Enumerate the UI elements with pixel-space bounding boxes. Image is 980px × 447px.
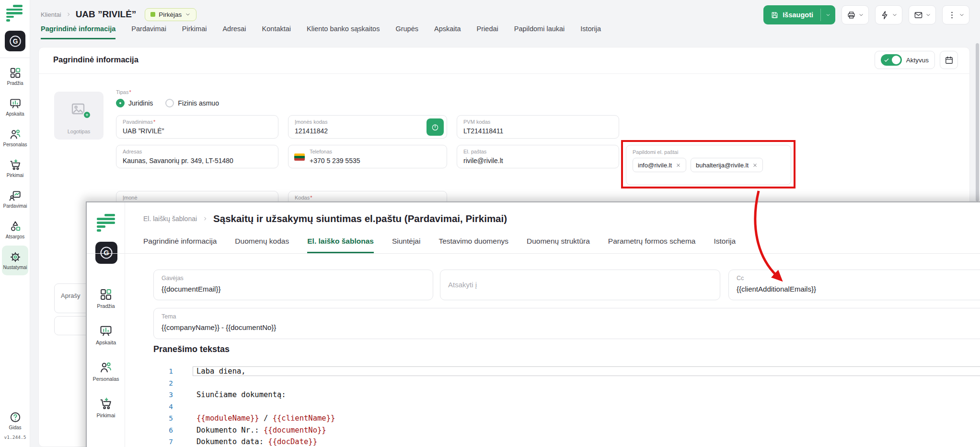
cc-field[interactable]: Cc {{clientAdditionalEmails}} (728, 270, 980, 300)
tab-el-laisko-sablonas[interactable]: El. laiško šablonas (307, 237, 374, 253)
sidebar-item-label: Gidas (9, 425, 21, 430)
code-text: / (259, 414, 273, 423)
main-nav: PradžiaApskaitaPersonalasPirkimaiPardavi… (0, 61, 30, 275)
registry-lookup-icon (431, 123, 439, 131)
code-text: Siunčiame dokumentą: (196, 390, 286, 399)
logo-upload[interactable]: Logotipas (54, 92, 104, 140)
sidebar-item-label: Pradžia (7, 81, 23, 86)
sidebar-item-pirkimai[interactable]: Pirkimai (0, 153, 30, 183)
sidebar-item-apskaita[interactable]: Apskaita (87, 318, 125, 351)
tab-testavimo-duomenys[interactable]: Testavimo duomenys (438, 237, 508, 253)
print-button[interactable] (842, 5, 869, 24)
quick-actions-button[interactable] (875, 5, 902, 24)
editor-line: 5{{moduleName}} / {{clientName}} (125, 412, 980, 424)
add-logo-icon[interactable] (83, 111, 91, 119)
rivile-logo[interactable] (6, 5, 23, 22)
pavadinimas-field[interactable]: Pavadinimas* UAB ”RIVILĖ” (116, 115, 278, 139)
tema-field[interactable]: Tema {{companyName}} - {{documentNo}} (153, 308, 980, 339)
gama-logo[interactable]: G (95, 242, 117, 264)
line-number: 7 (125, 438, 173, 446)
tab-papildomi-laukai[interactable]: Papildomi laukai (514, 25, 565, 39)
line-content: Siunčiame dokumentą: (193, 390, 980, 399)
email-button[interactable] (909, 5, 936, 24)
sidebar-item-atsargos[interactable]: Atsargos (0, 215, 30, 245)
tab-kliento-banko-saskaitos[interactable]: Kliento banko sąskaitos (307, 25, 380, 39)
badge-square-icon (150, 12, 155, 17)
chart-board-icon (99, 324, 113, 338)
page-title: UAB ”RIVILĖ” (76, 9, 137, 20)
sidebar-item-label: Personalas (92, 376, 119, 382)
cart-icon (9, 159, 22, 171)
message-heading: Pranešimo tekstas (153, 344, 230, 354)
sidebar-item-gidas[interactable]: Gidas (0, 406, 30, 435)
gavejas-field[interactable]: Gavėjas {{documentEmail}} (153, 270, 433, 300)
save-dropdown-button[interactable] (821, 5, 835, 24)
more-button[interactable] (942, 5, 969, 24)
sidebar-item-pradzia[interactable]: Pradžia (87, 282, 125, 315)
lithuania-flag-icon (294, 153, 305, 161)
chevron-down-icon (925, 12, 931, 18)
divider (87, 253, 980, 254)
pvm-kodas-field[interactable]: PVM kodas LT214118411 (457, 115, 619, 139)
sidebar-item-personalas[interactable]: Personalas (0, 123, 30, 153)
tab-grupes[interactable]: Grupės (395, 25, 418, 39)
radio-option-juridinis[interactable]: Juridinis (116, 99, 153, 107)
version-label: v1.244.5 (0, 435, 30, 440)
overlay-nav: PradžiaApskaitaPersonalasPirkimai (87, 282, 125, 424)
atsakyti-field[interactable]: Atsakyti į (440, 270, 720, 300)
tab-apskaita[interactable]: Apskaita (434, 25, 461, 39)
el-pastas-field[interactable]: El. paštas rivile@rivile.lt (457, 145, 619, 168)
annotation-highlight-rectangle (621, 140, 796, 188)
tab-priedai[interactable]: Priedai (477, 25, 498, 39)
sidebar-item-pirkimai[interactable]: Pirkimai (87, 391, 125, 424)
message-code-editor[interactable]: 1Laba diena,23Siunčiame dokumentą:45{{mo… (125, 365, 980, 447)
telefonas-field[interactable]: Telefonas +370 5 239 5535 (288, 145, 447, 168)
save-button[interactable]: Išsaugoti (763, 5, 835, 24)
breadcrumb: Klientai UAB ”RIVILĖ” Pirkėjas (41, 7, 196, 22)
template-token: {{clientName}} (273, 414, 335, 423)
tab-siuntejai[interactable]: Siuntėjai (392, 237, 420, 253)
gear-icon (9, 251, 22, 263)
fetch-company-data-button[interactable] (427, 118, 444, 136)
overlay-breadcrumb: El. laiškų šablonai Sąskaitų ir užsakymų… (143, 213, 507, 224)
imones-kodas-field[interactable]: Įmonės kodas 121411842 (288, 115, 447, 139)
section-title: Pagrindinė informacija (53, 55, 138, 64)
template-token: {{moduleName}} (196, 414, 259, 423)
code-text: Laba diena, (196, 367, 246, 376)
chevron-down-icon (185, 12, 191, 17)
sidebar-item-pardavimai[interactable]: Pardavimai (0, 184, 30, 214)
sidebar-item-nustatymai[interactable]: Nustatymai (2, 246, 28, 275)
gama-logo[interactable]: G (5, 31, 25, 51)
tab-kontaktai[interactable]: Kontaktai (262, 25, 291, 39)
tab-duomenu-kodas[interactable]: Duomenų kodas (235, 237, 289, 253)
sidebar-item-label: Personalas (3, 142, 27, 147)
rivile-logo[interactable] (97, 214, 116, 232)
radio-icon (116, 99, 125, 107)
sidebar-item-pradzia[interactable]: Pradžia (0, 61, 30, 91)
line-content: Dokumento Nr.: {{documentNo}} (193, 426, 980, 435)
tab-pagrindine-informacija[interactable]: Pagrindinė informacija (41, 25, 115, 39)
sidebar-item-personalas[interactable]: Personalas (87, 355, 125, 388)
tab-duomenu-struktura[interactable]: Duomenų struktūra (527, 237, 590, 253)
tab-pardavimai[interactable]: Pardavimai (131, 25, 166, 39)
calendar-button[interactable] (940, 51, 958, 69)
breadcrumb-link-klientai[interactable]: Klientai (41, 11, 61, 18)
sidebar-item-apskaita[interactable]: Apskaita (0, 92, 30, 122)
active-toggle[interactable] (881, 54, 902, 66)
code-text: Dokumento data: (196, 437, 268, 446)
save-icon (771, 11, 779, 19)
adresas-field[interactable]: Adresas Kaunas, Savanorių pr. 349, LT-51… (116, 145, 278, 168)
breadcrumb-link-sablonai[interactable]: El. laiškų šablonai (143, 215, 197, 223)
tab-istorija[interactable]: Istorija (714, 237, 736, 253)
vertical-scrollbar[interactable] (976, 43, 979, 201)
people-icon (99, 361, 113, 374)
divider (39, 73, 969, 74)
radio-option-fizinis-asmuo[interactable]: Fizinis asmuo (165, 99, 219, 107)
tab-pagrindine-informacija[interactable]: Pagrindinė informacija (143, 237, 217, 253)
tab-parametru-formos-schema[interactable]: Parametrų formos schema (608, 237, 696, 253)
tab-pirkimai[interactable]: Pirkimai (182, 25, 207, 39)
calendar-icon (945, 56, 954, 65)
tab-adresai[interactable]: Adresai (222, 25, 246, 39)
client-type-badge[interactable]: Pirkėjas (145, 8, 196, 21)
tab-istorija[interactable]: Istorija (580, 25, 601, 39)
